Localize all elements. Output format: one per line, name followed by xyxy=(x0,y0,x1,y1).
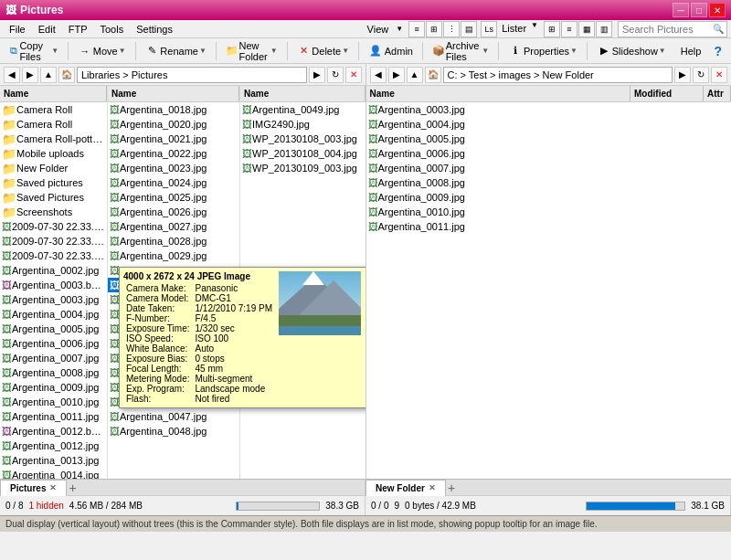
list-item[interactable]: 🖼Argentina_0022.jpg xyxy=(108,146,239,161)
list-item[interactable]: 🖼Argentina_0026.jpg xyxy=(108,205,239,219)
list-item[interactable]: 🖼Argentina_0007.jpg xyxy=(366,161,732,175)
list-item[interactable]: 🖼Argentina_0047.jpg xyxy=(108,409,239,424)
delete-dropdown-arrow[interactable]: ▼ xyxy=(342,47,349,55)
col-name-header[interactable]: Name xyxy=(0,86,107,101)
search-button[interactable]: 🔍 xyxy=(710,22,726,37)
properties-dropdown-arrow[interactable]: ▼ xyxy=(570,47,577,55)
right-col-name[interactable]: Name xyxy=(366,86,631,101)
list-item[interactable]: 🖼Argentina_0008.jpg xyxy=(0,365,107,380)
right-tab-close[interactable]: ✕ xyxy=(429,483,436,492)
list-item[interactable]: 🖼Argentina_0005.jpg xyxy=(366,132,732,146)
list-item[interactable]: 🖼Argentina_0023.jpg xyxy=(108,161,239,175)
rename-button[interactable]: ✎ Rename ▼ xyxy=(139,41,212,61)
rename-dropdown-arrow[interactable]: ▼ xyxy=(199,47,207,55)
list-item[interactable]: 📁Camera Roll xyxy=(0,102,107,117)
left-home-button[interactable]: 🏠 xyxy=(58,67,75,83)
list-item[interactable]: 🖼Argentina_0006.jpg xyxy=(0,336,107,351)
list-item[interactable]: 🖼Argentina_0024.jpg xyxy=(108,175,239,190)
archive-button[interactable]: 📦 Archive Files ▼ xyxy=(427,41,495,61)
list-item[interactable]: 📁Camera Roll-pottbook air xyxy=(0,132,107,146)
col-right-header[interactable]: Name xyxy=(240,86,366,101)
view-dropdown-icon[interactable]: ▼ xyxy=(396,25,403,33)
list-item[interactable]: 🖼Argentina_0003.bmp xyxy=(0,278,107,292)
right-forward-button[interactable]: ▶ xyxy=(388,67,405,83)
left-up-button[interactable]: ▲ xyxy=(40,67,57,83)
list-item[interactable]: 🖼Argentina_0025.jpg xyxy=(108,190,239,205)
list-item[interactable]: 🖼Argentina_0009.jpg xyxy=(0,380,107,395)
list-item[interactable]: 🖼2009-07-30 22.33.42.jpg xyxy=(0,234,107,248)
list-item[interactable]: 🖼Argentina_0004.jpg xyxy=(0,307,107,322)
list-item[interactable]: 📁Screenshots xyxy=(0,205,107,219)
list-item[interactable]: 🖼Argentina_0011.jpg xyxy=(366,219,732,234)
list-item[interactable]: 🖼Argentina_0010.jpg xyxy=(0,395,107,409)
lister-menu[interactable]: Lister xyxy=(498,21,530,37)
help-icon-button[interactable]: ? xyxy=(708,41,727,61)
copy-files-button[interactable]: ⧉ Copy Files ▼ xyxy=(4,41,64,61)
menu-file[interactable]: File xyxy=(4,22,31,37)
left-go-button[interactable]: ▶ xyxy=(309,67,325,83)
move-dropdown-arrow[interactable]: ▼ xyxy=(119,47,126,55)
left-tab-pictures[interactable]: Pictures ✕ xyxy=(0,480,67,496)
left-tab-add[interactable]: + xyxy=(69,481,76,494)
list-item[interactable]: 🖼2009-07-30 22.33.52.jpg xyxy=(0,248,107,263)
list-item[interactable]: 🖼IMG2490.jpg xyxy=(240,117,366,132)
right-close-button[interactable]: ✕ xyxy=(711,67,727,83)
list-item[interactable]: 🖼Argentina_0048.jpg xyxy=(108,424,239,438)
list-item[interactable]: 🖼Argentina_0020.jpg xyxy=(108,117,239,132)
left-refresh-button[interactable]: ↻ xyxy=(327,67,344,83)
list-item[interactable]: 🖼Argentina_0018.jpg xyxy=(108,102,239,117)
view-btn-8[interactable]: ▦ xyxy=(578,21,595,37)
left-tab-close[interactable]: ✕ xyxy=(49,483,57,492)
right-back-button[interactable]: ◀ xyxy=(370,67,387,83)
list-item[interactable]: 🖼2009-07-30 22.33.10.jpg xyxy=(0,219,107,234)
search-input[interactable] xyxy=(619,22,710,37)
admin-button[interactable]: 👤 Admin xyxy=(363,41,418,61)
delete-button[interactable]: ✕ Delete ▼ xyxy=(291,41,355,61)
list-item[interactable]: 🖼Argentina_0027.jpg xyxy=(108,219,239,234)
col-mid-header[interactable]: Name xyxy=(108,86,239,101)
view-btn-3[interactable]: ⋮ xyxy=(443,21,460,37)
list-item[interactable]: 📁New Folder xyxy=(0,161,107,175)
list-item[interactable]: 🖼Argentina_0004.jpg xyxy=(366,117,732,132)
right-tab-add[interactable]: + xyxy=(448,481,455,494)
list-item[interactable]: 🖼Argentina_0011.jpg xyxy=(0,409,107,424)
list-item[interactable]: 🖼Argentina_0029.jpg xyxy=(108,248,239,263)
slideshow-button[interactable]: ▶ Slideshow ▼ xyxy=(591,41,672,61)
maximize-button[interactable]: □ xyxy=(691,3,707,17)
list-item[interactable]: 🖼Argentina_0013.jpg xyxy=(0,453,107,468)
list-item[interactable]: 📁Mobile uploads xyxy=(0,146,107,161)
close-button[interactable]: ✕ xyxy=(709,3,726,17)
right-home-button[interactable]: 🏠 xyxy=(425,67,441,83)
list-item[interactable]: 📁Camera Roll xyxy=(0,117,107,132)
view-btn-1[interactable]: ≡ xyxy=(408,21,425,37)
new-folder-button[interactable]: 📁 New Folder ▼ xyxy=(220,41,283,61)
list-item[interactable]: 🖼Argentina_0008.jpg xyxy=(366,175,732,190)
list-item[interactable]: 🖼Argentina_0012.bmp xyxy=(0,424,107,438)
list-item[interactable]: 🖼WP_20130108_003.jpg xyxy=(240,132,366,146)
minimize-button[interactable]: ─ xyxy=(673,3,689,17)
slideshow-dropdown-arrow[interactable]: ▼ xyxy=(659,47,666,55)
list-item[interactable]: 🖼WP_20130109_003.jpg xyxy=(240,161,366,175)
copy-dropdown-arrow[interactable]: ▼ xyxy=(51,47,58,55)
list-item[interactable]: 🖼WP_20130108_004.jpg xyxy=(240,146,366,161)
move-button[interactable]: → Move ▼ xyxy=(72,41,132,61)
list-item[interactable]: 🖼Argentina_0007.jpg xyxy=(0,351,107,365)
list-item[interactable]: 🖼Argentina_0003.jpg xyxy=(0,292,107,307)
menu-settings[interactable]: Settings xyxy=(131,22,178,37)
list-item[interactable]: 🖼Argentina_0005.jpg xyxy=(0,322,107,336)
lister-arrow[interactable]: ▼ xyxy=(531,21,538,37)
list-item[interactable]: 📁Saved Pictures xyxy=(0,190,107,205)
new-folder-dropdown-arrow[interactable]: ▼ xyxy=(270,47,278,55)
left-close-button[interactable]: ✕ xyxy=(345,67,362,83)
list-item[interactable]: 📁Saved pictures xyxy=(0,175,107,190)
right-up-button[interactable]: ▲ xyxy=(407,67,423,83)
view-label[interactable]: View xyxy=(362,22,395,37)
list-item[interactable]: 🖼Argentina_0028.jpg xyxy=(108,234,239,248)
right-address-input[interactable] xyxy=(443,67,673,83)
archive-dropdown-arrow[interactable]: ▼ xyxy=(482,47,489,55)
right-refresh-button[interactable]: ↻ xyxy=(693,67,709,83)
right-file-list[interactable]: 🖼Argentina_0003.jpg 🖼Argentina_0004.jpg … xyxy=(366,102,732,479)
view-btn-9[interactable]: ▥ xyxy=(596,21,612,37)
list-item[interactable]: 🖼Argentina_0009.jpg xyxy=(366,190,732,205)
help-button[interactable]: Help xyxy=(675,41,707,61)
